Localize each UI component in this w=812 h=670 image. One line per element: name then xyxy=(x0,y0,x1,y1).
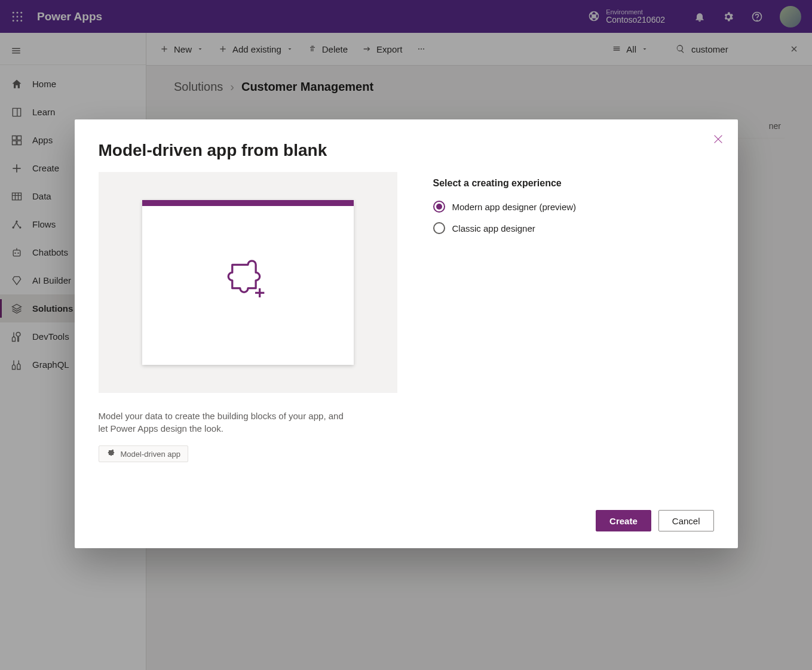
dialog-description: Model your data to create the building b… xyxy=(99,410,350,435)
create-app-dialog: Model-driven app from blank Model xyxy=(75,119,738,548)
dialog-close-button[interactable] xyxy=(712,133,725,148)
options-heading: Select a creating experience xyxy=(433,178,577,189)
modal-overlay: Model-driven app from blank Model xyxy=(0,0,812,670)
puzzle-icon xyxy=(106,449,116,459)
radio-icon xyxy=(433,222,445,234)
puzzle-plus-icon xyxy=(227,258,269,300)
app-type-tag: Model-driven app xyxy=(99,445,188,462)
app-preview-image xyxy=(99,172,397,393)
radio-label: Classic app designer xyxy=(452,223,535,233)
radio-option-0[interactable]: Modern app designer (preview) xyxy=(433,201,577,213)
dialog-title: Model-driven app from blank xyxy=(99,141,714,160)
radio-label: Modern app designer (preview) xyxy=(452,202,577,212)
close-icon xyxy=(712,133,725,146)
radio-icon xyxy=(433,201,445,213)
cancel-button[interactable]: Cancel xyxy=(658,510,714,531)
create-button[interactable]: Create xyxy=(596,510,651,531)
radio-option-1[interactable]: Classic app designer xyxy=(433,222,577,234)
app-type-tag-label: Model-driven app xyxy=(121,450,180,459)
